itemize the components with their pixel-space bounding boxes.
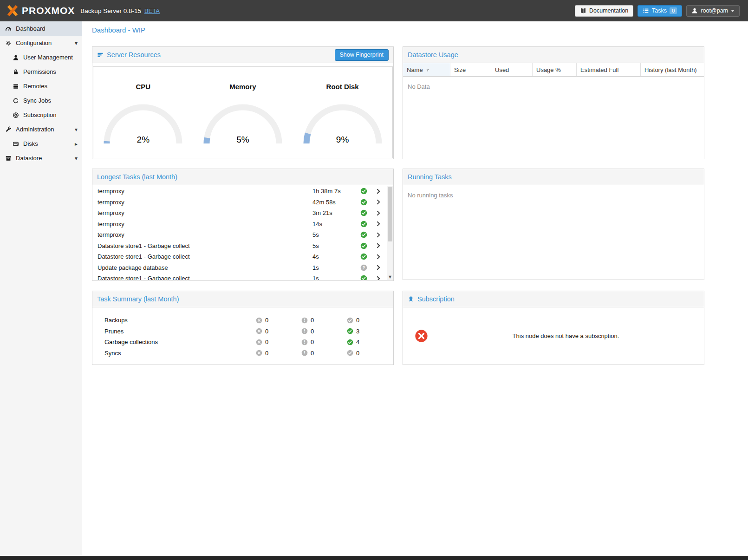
book-icon — [580, 7, 586, 14]
sidebar-item-label: Permissions — [23, 68, 56, 75]
task-row[interactable]: Datastore store1 - Garbage collect 4s — [93, 251, 387, 262]
panel-title: Running Tasks — [408, 173, 452, 181]
chevron-right-icon[interactable] — [370, 242, 387, 249]
task-row[interactable]: termproxy 3m 21s — [93, 208, 387, 219]
chevron-right-icon[interactable] — [370, 199, 387, 205]
summary-row-garbage-collections: Garbage collections 0 !0 4 — [92, 337, 393, 348]
neutral-check-icon — [347, 350, 353, 356]
show-fingerprint-button[interactable]: Show Fingerprint — [335, 49, 389, 61]
brand-text: PROXMOX — [22, 5, 75, 16]
task-row[interactable]: termproxy 5s — [93, 229, 387, 241]
sidebar-item-remotes[interactable]: Remotes — [0, 79, 82, 93]
sidebar-item-datastore[interactable]: Datastore ▾ — [0, 151, 82, 165]
longest-tasks-panel: Longest Tasks (last Month) termproxy 1h … — [92, 169, 394, 281]
sidebar-item-subscription[interactable]: Subscription — [0, 108, 82, 122]
ok-status-icon — [357, 231, 370, 238]
gauge-value: 2% — [102, 135, 184, 145]
gear-icon — [5, 40, 12, 46]
scrollbar-thumb[interactable] — [388, 187, 392, 241]
column-header-history[interactable]: History (last Month) — [641, 63, 704, 76]
sidebar-item-administration[interactable]: Administration ▾ — [0, 122, 82, 137]
datastore-icon — [5, 155, 12, 162]
sidebar-item-sync-jobs[interactable]: Sync Jobs — [0, 93, 82, 108]
gauge-label: Root Disk — [293, 83, 392, 91]
svg-text:?: ? — [362, 265, 364, 270]
sidebar-item-permissions[interactable]: Permissions — [0, 65, 82, 79]
subscription-panel: Subscription This node does not have a s… — [403, 291, 704, 365]
task-row[interactable]: Datastore store1 - Garbage collect 5s — [93, 241, 387, 252]
task-row[interactable]: termproxy 42m 58s — [93, 197, 387, 208]
chevron-right-icon[interactable] — [370, 264, 387, 271]
support-icon — [13, 112, 19, 118]
column-header-size[interactable]: Size — [450, 63, 491, 76]
error-circle-icon — [256, 328, 262, 334]
sidebar-item-user-management[interactable]: User Management — [0, 50, 82, 65]
user-menu-button[interactable]: root@pam — [686, 5, 740, 17]
error-circle-icon — [256, 339, 262, 345]
sort-ascending-icon — [425, 67, 430, 72]
scrollbar[interactable]: ▼ — [387, 186, 393, 280]
beta-link[interactable]: BETA — [144, 7, 160, 14]
warning-circle-icon: ! — [301, 328, 308, 334]
chevron-right-icon[interactable] — [370, 275, 387, 280]
chevron-right-icon[interactable] — [370, 210, 387, 216]
warning-circle-icon: ! — [301, 317, 308, 324]
sync-icon — [13, 98, 19, 104]
ok-status-icon — [357, 188, 370, 195]
sidebar-item-configuration[interactable]: Configuration ▾ — [0, 36, 82, 50]
show-fingerprint-label: Show Fingerprint — [340, 52, 384, 58]
column-header-estimated-full[interactable]: Estimated Full — [577, 63, 641, 76]
subscription-ribbon-icon — [408, 296, 414, 302]
svg-text:!: ! — [304, 351, 306, 355]
error-circle-icon — [415, 329, 428, 343]
ok-status-icon — [357, 242, 370, 249]
collapse-icon[interactable]: ▾ — [75, 127, 78, 132]
error-circle-icon — [256, 317, 262, 324]
chevron-right-icon[interactable] — [370, 254, 387, 260]
chevron-right-icon[interactable] — [370, 188, 387, 195]
sidebar-item-label: Sync Jobs — [23, 97, 51, 104]
column-header-name[interactable]: Name — [403, 63, 450, 76]
empty-state-text: No running tasks — [403, 185, 704, 205]
sidebar-item-dashboard[interactable]: Dashboard — [0, 21, 82, 36]
collapse-icon[interactable]: ▾ — [75, 40, 78, 46]
summary-row-prunes: Prunes 0 !0 3 — [92, 326, 393, 337]
longest-tasks-list: termproxy 1h 38m 7s termproxy 42m 58s te… — [93, 186, 393, 280]
chevron-right-icon[interactable] — [370, 221, 387, 227]
documentation-label: Documentation — [589, 7, 628, 14]
scroll-down-icon[interactable]: ▼ — [387, 274, 393, 280]
wrench-icon — [5, 126, 12, 133]
warning-circle-icon: ! — [301, 339, 308, 345]
collapse-icon[interactable]: ▾ — [75, 156, 78, 161]
task-row[interactable]: Update package database 1s ? — [93, 262, 387, 273]
task-summary-body: Backups 0 !0 0 Prunes 0 !0 3 Garbage col… — [92, 307, 393, 358]
user-icon — [691, 7, 698, 14]
subscription-header: Subscription — [403, 291, 704, 307]
documentation-button[interactable]: Documentation — [575, 5, 633, 17]
tasks-button[interactable]: Tasks 0 — [637, 5, 682, 17]
ok-status-icon — [347, 339, 353, 345]
panel-title: Server Resources — [107, 51, 161, 59]
tasks-label: Tasks — [652, 7, 667, 14]
server-stack-icon — [13, 83, 19, 90]
user-label: root@pam — [701, 7, 728, 14]
expand-icon[interactable]: ▸ — [75, 141, 78, 147]
sidebar-item-label: User Management — [23, 54, 73, 61]
task-row[interactable]: termproxy 1h 38m 7s — [93, 186, 387, 197]
sidebar-item-label: Subscription — [23, 111, 57, 118]
column-header-used[interactable]: Used — [491, 63, 533, 76]
bottom-bar — [0, 556, 748, 560]
empty-state-text: No Data — [403, 77, 704, 97]
neutral-check-icon — [347, 317, 353, 324]
hard-disk-icon — [13, 141, 19, 147]
main-content: Dashboard - WIP Server Resources Show Fi… — [82, 21, 748, 556]
column-header-usage-pct[interactable]: Usage % — [533, 63, 577, 76]
chevron-right-icon[interactable] — [370, 232, 387, 238]
datastore-usage-panel: Datastore Usage Name Size Used Usage % E… — [403, 46, 704, 159]
task-row[interactable]: termproxy 14s — [93, 219, 387, 230]
sidebar-item-label: Remotes — [23, 83, 47, 90]
task-row[interactable]: Datastore store1 - Garbage collect 1s — [93, 273, 387, 280]
task-summary-panel: Task Summary (last Month) Backups 0 !0 0… — [92, 291, 394, 365]
sidebar-item-disks[interactable]: Disks ▸ — [0, 137, 82, 151]
running-tasks-header: Running Tasks — [403, 169, 704, 185]
